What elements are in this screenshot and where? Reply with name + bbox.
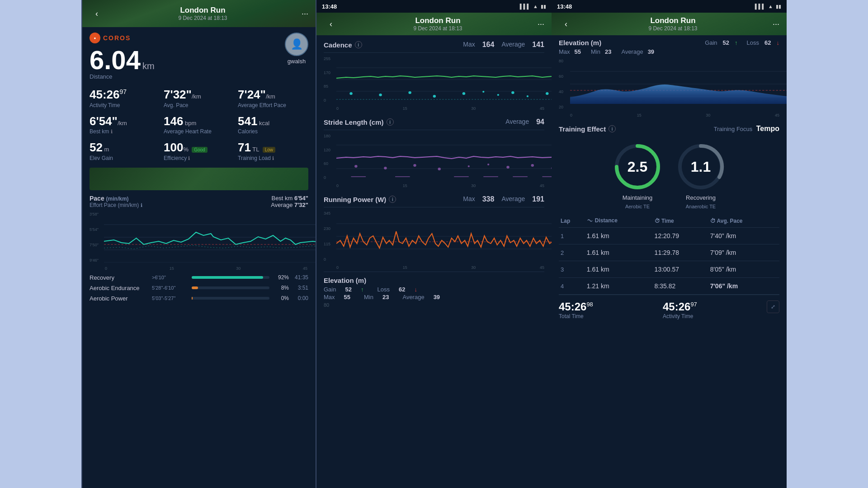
stat-calories-value: 541 kcal	[238, 115, 308, 128]
activity-time-value: 45:2697	[663, 300, 697, 313]
stat-training-load: 71 TL Low Training Load ℹ	[238, 141, 308, 161]
back-button-3[interactable]: ‹	[559, 17, 573, 31]
lap-pace-1: 7'40" /km	[708, 228, 779, 244]
header-title-area-2: London Run 9 Dec 2024 at 18:13	[413, 16, 462, 32]
activity-time-item: 45:2697 Activity Time	[663, 300, 697, 319]
battery-icon-3: ▮▮	[776, 4, 781, 9]
stat-avg-pace: 7'32"/km Avg. Pace	[164, 88, 234, 108]
total-time-item: 45:2698 Total Time	[559, 300, 593, 319]
stat-activity-time: 45:2697 Activity Time	[90, 88, 160, 108]
stat-training-load-label: Training Load ℹ	[238, 155, 308, 161]
x-15: 15	[170, 266, 174, 271]
te-info-icon[interactable]: i	[609, 125, 616, 132]
lap-dist-3: 1.61 km	[585, 261, 653, 278]
cadence-info-icon[interactable]: i	[355, 41, 362, 48]
training-effect-header: Training Effect i Training Focus Tempo	[559, 119, 779, 135]
recovery-row-1: Recovery >6'10" 92% 41:35	[90, 274, 308, 281]
total-time-label: Total Time	[559, 313, 593, 319]
elev-gain-val: 52	[345, 286, 351, 293]
run-title-2: London Run	[413, 16, 462, 25]
aerobic-te-circle: 2.5	[613, 142, 662, 192]
stride-stats: Average 94	[505, 118, 544, 126]
panel2-scroll: Cadence i Max 164 Average 141 255170850	[316, 35, 552, 315]
status-time-2: 13:48	[322, 3, 337, 10]
more-button-2[interactable]: ···	[538, 19, 544, 29]
header-bar-1: ‹ London Run 9 Dec 2024 at 18:13 ···	[82, 6, 316, 21]
x-30: 30	[236, 266, 241, 271]
svg-point-16	[527, 95, 528, 97]
lap-row-2: 2 1.61 km 11:29.78 7'09" /km	[559, 244, 779, 261]
status-icons-3: ▌▌▌ ▲ ▮▮	[755, 4, 781, 9]
stride-info-icon[interactable]: i	[387, 118, 394, 126]
anaerobic-te-container: 1.1 Recovering Anaerobic TE	[676, 142, 726, 209]
stat-calories: 541 kcal Calories	[238, 115, 308, 135]
power-info-icon[interactable]: i	[389, 196, 396, 203]
lap-num-4: 4	[559, 278, 585, 295]
te-focus-val: Tempo	[756, 125, 779, 132]
svg-point-22	[354, 165, 358, 168]
lap-dist-2: 1.61 km	[585, 244, 653, 261]
recovery-range-1: >6'10"	[152, 275, 188, 280]
lap-row-1: 1 1.61 km 12:20.79 7'40" /km	[559, 228, 779, 244]
activity-time-label: Activity Time	[663, 313, 697, 319]
pace-title: Pace (min/km) Effort Pace (min/km) ℹ	[90, 195, 142, 208]
svg-point-17	[546, 92, 549, 95]
recovery-pct-1: 92%	[273, 274, 289, 281]
run-title-3: London Run	[648, 16, 697, 25]
lap-dist-1: 1.61 km	[585, 228, 653, 244]
elev-gain-loss: Gain 52 ↑ Loss 62 ↓	[705, 39, 779, 46]
back-button-1[interactable]: ‹	[90, 6, 104, 21]
header-title-area-1: London Run 9 Dec 2024 at 18:13	[178, 6, 227, 21]
x-45: 45	[303, 266, 307, 271]
more-button-1[interactable]: ···	[302, 9, 308, 19]
svg-point-12	[462, 92, 466, 95]
user-name: gwalsh	[288, 58, 306, 65]
elev-x-labels: 0153045	[570, 113, 779, 117]
power-chart: 3452301150 0153045	[324, 211, 544, 270]
map-header-1: ‹ London Run 9 Dec 2024 at 18:13 ···	[82, 0, 316, 27]
lap-table-header-row: Lap Distance ⏱ Time ⏱ A	[559, 215, 779, 228]
te-focus-label: Training Focus	[714, 126, 753, 132]
map-strip	[90, 168, 308, 190]
stat-heart-rate-value: 146 bpm	[164, 115, 234, 128]
power-header: Running Power (W) i Max 338 Average 191	[324, 190, 544, 207]
cadence-title: Cadence i	[324, 41, 362, 49]
distance-unit: km	[142, 61, 155, 71]
recovery-bar-fill-1	[192, 276, 263, 279]
elev-gain-arrow: ↑	[361, 286, 364, 293]
recovery-bar-2	[192, 286, 269, 289]
panel3-scroll: Elevation (m) Gain 52 ↑ Loss 62 ↓ Max 55…	[552, 35, 787, 328]
power-avg-val: 191	[532, 195, 544, 203]
elev-stats-row-2: Max 55 Min 23 Average 39	[324, 294, 544, 300]
te-title: Training Effect i	[559, 125, 616, 133]
time-col-icon: ⏱ Time	[655, 218, 674, 224]
y-label-4: 9'46"	[90, 258, 104, 263]
col-lap: Lap	[559, 215, 585, 228]
aerobic-te-label1: Maintaining	[623, 194, 653, 201]
svg-point-29	[531, 164, 534, 167]
more-button-3[interactable]: ···	[773, 19, 779, 29]
elev-max-label-p2: Max	[324, 294, 335, 300]
stride-avg-val: 94	[536, 118, 544, 126]
stride-chart-svg	[336, 134, 552, 180]
fullscreen-button[interactable]: ⤢	[767, 300, 779, 313]
elev-down-arrow-p3: ↓	[777, 39, 780, 46]
stride-chart: 180120600	[324, 134, 544, 188]
stat-heart-rate: 146 bpm Average Heart Rate	[164, 115, 234, 135]
anaerobic-te-label1: Recovering	[686, 194, 716, 201]
coros-logo: ● COROS	[90, 33, 155, 43]
lap-pace-2: 7'09" /km	[708, 244, 779, 261]
stat-effort-pace-label: Average Effort Pace	[238, 102, 308, 108]
back-button-2[interactable]: ‹	[324, 17, 338, 31]
cadence-header: Cadence i Max 164 Average 141	[324, 35, 544, 53]
cadence-chart: 255170850	[324, 56, 544, 111]
cadence-x-labels: 0153045	[336, 106, 544, 111]
pace-chart-svg	[104, 212, 316, 263]
pace-col-icon: ⏱ Avg. Pace	[710, 218, 743, 224]
map-header-3: ‹ London Run 9 Dec 2024 at 18:13 ···	[552, 13, 787, 35]
pace-chart: 3'58" 5'54" 7'50" 9'46" 0 15	[90, 212, 308, 271]
elev-stats-row-p3: Max 55 Min 23 Average 39	[559, 48, 779, 55]
bottom-totals: 45:2698 Total Time 45:2697 Activity Time…	[559, 295, 779, 321]
cadence-y-labels: 255170850	[324, 56, 336, 103]
elev-max-lbl-p3: Max	[559, 48, 570, 55]
